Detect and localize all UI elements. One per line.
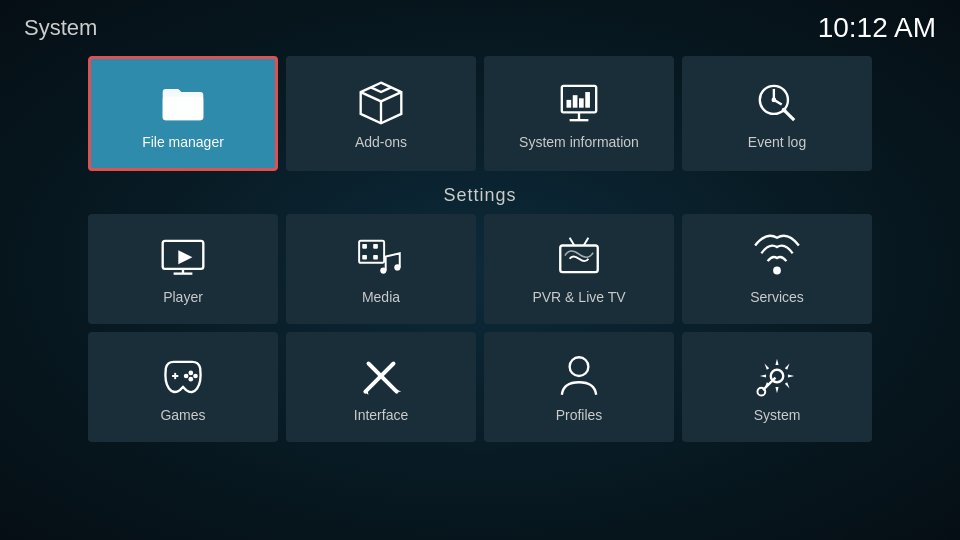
tile-system-label: System (754, 407, 801, 423)
player-icon (158, 233, 208, 283)
clock: 10:12 AM (818, 12, 936, 44)
tile-media-label: Media (362, 289, 400, 305)
tile-interface-label: Interface (354, 407, 408, 423)
svg-rect-8 (579, 98, 584, 107)
svg-rect-24 (373, 255, 378, 260)
svg-line-38 (369, 364, 397, 392)
svg-point-33 (188, 371, 193, 376)
tile-profiles-label: Profiles (556, 407, 603, 423)
folder-icon (158, 78, 208, 128)
wifi-icon (752, 233, 802, 283)
pencil-tools-icon (356, 351, 406, 401)
svg-point-13 (772, 97, 777, 102)
svg-rect-22 (373, 244, 378, 249)
tile-system[interactable]: System (682, 332, 872, 442)
app-title: System (24, 15, 97, 41)
tile-event-log[interactable]: Event log (682, 56, 872, 171)
tile-interface[interactable]: Interface (286, 332, 476, 442)
tile-media[interactable]: Media (286, 214, 476, 324)
tile-system-information[interactable]: System information (484, 56, 674, 171)
svg-point-41 (570, 357, 589, 376)
tile-profiles[interactable]: Profiles (484, 332, 674, 442)
svg-point-15 (782, 107, 787, 112)
svg-point-44 (757, 388, 765, 396)
system-info-icon (554, 78, 604, 128)
svg-line-37 (365, 364, 393, 392)
tile-file-manager[interactable]: File manager (88, 56, 278, 171)
svg-rect-9 (585, 92, 590, 108)
tile-pvr-live-tv-label: PVR & Live TV (532, 289, 625, 305)
tile-add-ons-label: Add-ons (355, 134, 407, 150)
tile-player-label: Player (163, 289, 203, 305)
svg-marker-17 (178, 250, 192, 264)
person-icon (554, 351, 604, 401)
tile-file-manager-label: File manager (142, 134, 224, 150)
top-row: File manager Add-ons (0, 56, 960, 171)
svg-point-26 (394, 264, 400, 270)
tile-pvr-live-tv[interactable]: PVR & Live TV (484, 214, 674, 324)
tile-games[interactable]: Games (88, 332, 278, 442)
gamepad-icon (158, 351, 208, 401)
svg-rect-21 (362, 244, 367, 249)
settings-row-2: Games Interface Profiles (0, 332, 960, 442)
settings-row-1: Player Media (0, 214, 960, 324)
tile-event-log-label: Event log (748, 134, 806, 150)
media-icon (356, 233, 406, 283)
svg-point-34 (184, 374, 189, 379)
tile-services-label: Services (750, 289, 804, 305)
svg-rect-7 (573, 95, 578, 108)
svg-rect-0 (163, 96, 204, 119)
clock-search-icon (752, 78, 802, 128)
svg-point-25 (380, 267, 386, 273)
svg-rect-6 (567, 99, 572, 107)
tile-add-ons[interactable]: Add-ons (286, 56, 476, 171)
tile-services[interactable]: Services (682, 214, 872, 324)
svg-rect-23 (362, 255, 367, 260)
svg-point-36 (188, 377, 193, 382)
svg-point-30 (773, 267, 781, 275)
box-icon (356, 78, 406, 128)
svg-point-35 (193, 374, 198, 379)
gear-wrench-icon (752, 351, 802, 401)
tile-games-label: Games (160, 407, 205, 423)
tile-player[interactable]: Player (88, 214, 278, 324)
header: System 10:12 AM (0, 0, 960, 52)
tile-system-information-label: System information (519, 134, 639, 150)
settings-label: Settings (0, 185, 960, 206)
tv-icon (554, 233, 604, 283)
